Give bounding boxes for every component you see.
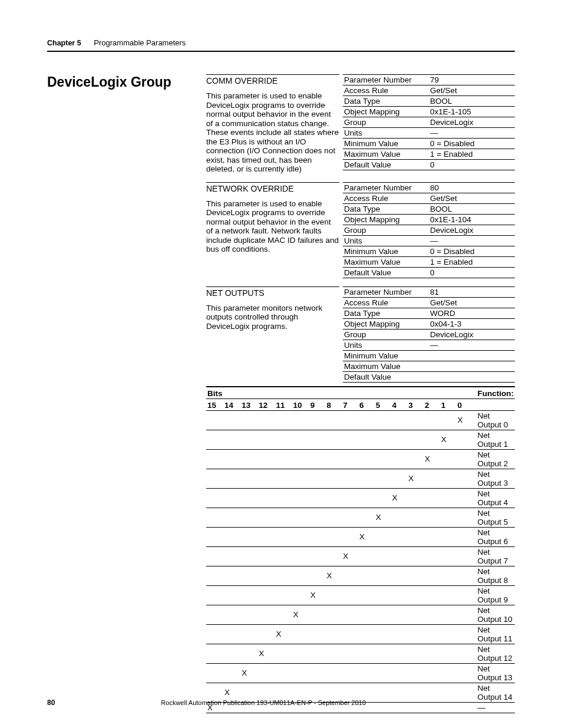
params-container: COMM OVERRIDEThis parameter is used to e… (206, 74, 515, 383)
bit-cell (375, 585, 391, 605)
bit-cell: X (292, 605, 309, 624)
attr-label: Minimum Value (343, 139, 429, 149)
bit-cell (309, 508, 326, 527)
bit-cell (342, 488, 358, 508)
bit-cell (257, 663, 275, 683)
bit-cell (457, 644, 473, 663)
bit-cell (342, 624, 358, 644)
bit-function: Net Output 10 (473, 605, 515, 624)
bit-cell (358, 488, 375, 508)
bit-cell (342, 663, 358, 683)
bit-cell (206, 508, 223, 527)
bit-cell (407, 644, 424, 663)
bit-cell (358, 449, 375, 469)
bit-cell (424, 624, 440, 644)
bit-cell (240, 508, 257, 527)
bit-cell (325, 469, 342, 488)
bit-row: XNet Output 7 (206, 546, 515, 566)
attr-label: Access Rule (343, 297, 429, 308)
bit-column-header: 14 (223, 398, 240, 410)
bit-cell: X (240, 663, 257, 683)
bit-cell (292, 585, 309, 605)
attr-label: Default Value (343, 267, 429, 278)
bit-cell (275, 527, 292, 546)
bit-cell (292, 469, 309, 488)
bit-cell (223, 546, 240, 566)
attr-value: 0 (429, 160, 515, 170)
attr-label: Object Mapping (343, 318, 429, 329)
bit-cell (375, 644, 391, 663)
bit-cell (240, 644, 257, 663)
bit-cell (206, 605, 223, 624)
bit-cell (257, 546, 275, 566)
bit-cell (292, 566, 309, 585)
bit-cell (223, 605, 240, 624)
bit-row: XNet Output 8 (206, 566, 515, 585)
bit-cell (457, 546, 473, 566)
bit-cell (223, 527, 240, 546)
bit-column-header: 7 (342, 398, 358, 410)
param-block: NETWORK OVERRIDEThis parameter is used t… (206, 182, 515, 278)
bit-cell (375, 566, 391, 585)
bit-row: XNet Output 9 (206, 585, 515, 605)
bit-cell (391, 585, 407, 605)
bit-cell (240, 410, 257, 430)
bit-column-header: 1 (440, 398, 457, 410)
bit-cell: X (257, 644, 275, 663)
bit-cell (391, 546, 407, 566)
bit-row: XNet Output 11 (206, 624, 515, 644)
bit-cell (325, 449, 342, 469)
bit-cell (292, 430, 309, 449)
bit-function: Net Output 1 (473, 430, 515, 449)
bit-cell (223, 488, 240, 508)
param-block: COMM OVERRIDEThis parameter is used to e… (206, 74, 515, 174)
bit-cell (358, 546, 375, 566)
bit-cell (407, 488, 424, 508)
param-description: This parameter is used to enable DeviceL… (206, 199, 339, 254)
bit-cell: X (457, 410, 473, 430)
bit-cell (309, 624, 326, 644)
bit-cell (342, 585, 358, 605)
attr-value: 81 (429, 286, 515, 297)
bit-row: XNet Output 10 (206, 605, 515, 624)
bit-column-header: 15 (206, 398, 223, 410)
bit-cell (391, 449, 407, 469)
bit-cell (407, 663, 424, 683)
bit-row: XNet Output 2 (206, 449, 515, 469)
attr-value (429, 361, 515, 371)
bit-cell (257, 430, 275, 449)
bit-cell (358, 605, 375, 624)
bit-cell (223, 566, 240, 585)
attr-label: Group (343, 225, 429, 235)
attr-label: Access Rule (343, 85, 429, 96)
bit-cell: X (440, 430, 457, 449)
attr-label: Units (343, 128, 429, 139)
bit-cell (407, 624, 424, 644)
bit-cell (325, 663, 342, 683)
bit-cell (358, 663, 375, 683)
bit-cell (223, 624, 240, 644)
bit-cell (375, 663, 391, 683)
bit-function: Net Output 0 (473, 410, 515, 430)
bit-cell (309, 566, 326, 585)
bit-cell (440, 624, 457, 644)
bit-cell (457, 430, 473, 449)
bit-cell: X (358, 527, 375, 546)
bit-cell (424, 469, 440, 488)
attr-value: BOOL (429, 96, 515, 107)
bit-cell (275, 663, 292, 683)
bit-function: Net Output 11 (473, 624, 515, 644)
page-number: 80 (47, 699, 159, 707)
bit-cell (325, 585, 342, 605)
page-footer: 80 Rockwell Automation Publication 193-U… (47, 699, 515, 707)
function-header: Function: (473, 387, 515, 399)
bit-cell (223, 430, 240, 449)
bit-cell: X (275, 624, 292, 644)
attr-label: Maximum Value (343, 149, 429, 160)
bit-cell (375, 410, 391, 430)
bit-cell (440, 566, 457, 585)
bit-function: Net Output 13 (473, 663, 515, 683)
bit-cell: X (325, 566, 342, 585)
bit-cell (206, 527, 223, 546)
bit-cell (358, 624, 375, 644)
